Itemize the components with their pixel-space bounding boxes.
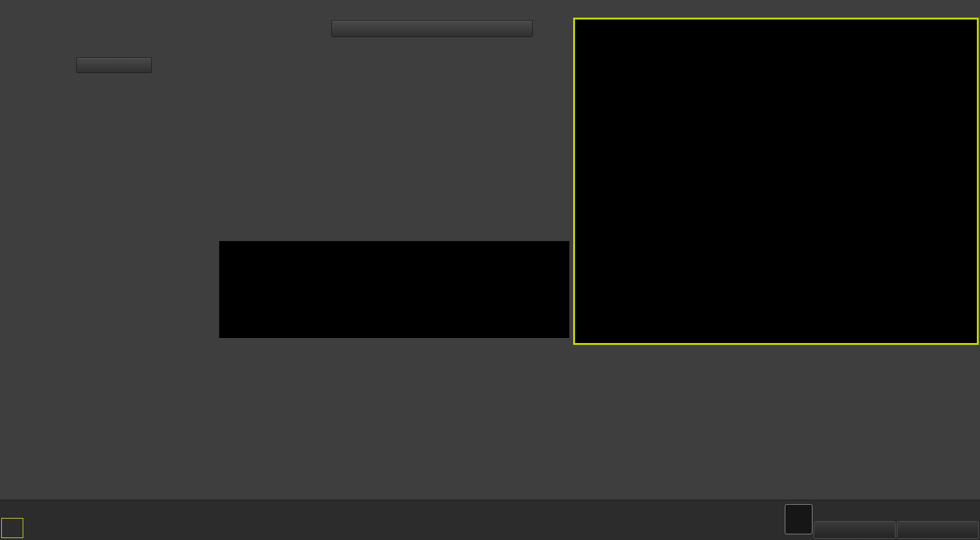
app-window xyxy=(0,0,980,540)
delta-l-chart xyxy=(212,49,320,222)
de-formula-control xyxy=(71,57,152,73)
back-button[interactable] xyxy=(814,521,896,539)
swatch-columns xyxy=(219,241,569,338)
rgb-balance-plot xyxy=(200,357,364,475)
delta-h-chart xyxy=(445,49,553,222)
delta-h-plot xyxy=(445,50,553,222)
cie-diagram xyxy=(575,20,977,343)
levels-control xyxy=(326,20,533,37)
deltae2000-plot xyxy=(1,78,215,327)
deltae2000-chart xyxy=(1,78,215,327)
delta-c-plot xyxy=(328,50,436,222)
rgb-balance-chart xyxy=(200,356,364,475)
patch-window-button[interactable] xyxy=(785,504,812,534)
delta-l-plot xyxy=(212,50,320,222)
cie-diagram-panel xyxy=(573,18,979,345)
levels-dropdown[interactable] xyxy=(331,20,533,37)
current-patch-color xyxy=(1,518,23,538)
next-button[interactable] xyxy=(897,521,979,539)
actual-target-swatch-strip xyxy=(219,241,569,338)
de-formula-dropdown[interactable] xyxy=(76,57,152,73)
bottom-bar xyxy=(0,500,980,540)
delta-c-chart xyxy=(328,49,436,222)
